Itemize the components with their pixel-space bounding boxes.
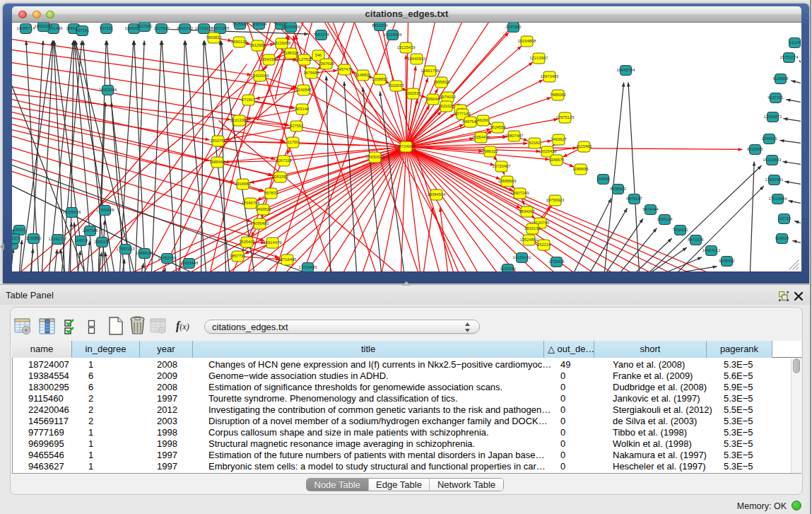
svg-text:7986322: 7986322 (482, 149, 498, 153)
svg-text:1353359: 1353359 (272, 175, 288, 179)
svg-text:1244415: 1244415 (761, 136, 777, 141)
svg-text:1810755: 1810755 (210, 139, 226, 143)
svg-text:16648784: 16648784 (617, 68, 636, 72)
svg-text:1195314: 1195314 (251, 23, 267, 26)
svg-text:10653287: 10653287 (35, 24, 53, 28)
svg-text:10025438: 10025438 (539, 149, 557, 153)
svg-text:1349575: 1349575 (548, 158, 565, 162)
svg-text:10671355: 10671355 (211, 26, 230, 30)
svg-text:2935114: 2935114 (657, 217, 673, 221)
svg-text:10807487: 10807487 (505, 134, 524, 138)
svg-text:9127505: 9127505 (296, 57, 312, 62)
svg-text:7357274: 7357274 (313, 33, 329, 37)
svg-text:14136141: 14136141 (513, 255, 531, 259)
svg-text:9146821: 9146821 (355, 73, 371, 77)
svg-text:6879197: 6879197 (626, 197, 642, 201)
svg-text:23420046: 23420046 (251, 74, 269, 78)
svg-text:3267110: 3267110 (276, 158, 291, 163)
svg-text:899044: 899044 (426, 97, 440, 101)
svg-text:7632621: 7632621 (672, 228, 688, 232)
svg-text:2047682: 2047682 (505, 25, 522, 29)
svg-text:1463627: 1463627 (551, 137, 567, 141)
svg-text:1916682: 1916682 (235, 182, 251, 186)
svg-text:8660124: 8660124 (231, 40, 247, 44)
svg-text:8322037: 8322037 (388, 83, 404, 88)
svg-text:10973493: 10973493 (541, 74, 559, 78)
svg-text:2905135: 2905135 (94, 240, 110, 244)
svg-text:1997586: 1997586 (82, 228, 98, 233)
svg-text:1232344: 1232344 (500, 267, 516, 271)
svg-text:252214: 252214 (537, 243, 551, 247)
svg-text:271817: 271817 (242, 98, 255, 102)
svg-text:114519: 114519 (74, 238, 88, 243)
svg-text:7955812: 7955812 (433, 80, 449, 84)
svg-text:3675685: 3675685 (303, 71, 319, 75)
svg-text:8813054: 8813054 (372, 23, 388, 28)
svg-text:9834067: 9834067 (519, 209, 535, 214)
svg-text:16914479: 16914479 (264, 240, 282, 245)
svg-text:1156862: 1156862 (25, 236, 41, 240)
svg-text:8938923: 8938923 (610, 187, 626, 191)
svg-text:116753: 116753 (777, 216, 791, 221)
svg-text:16958167: 16958167 (136, 251, 154, 255)
svg-text:21700: 21700 (287, 140, 298, 144)
svg-text:9777169: 9777169 (454, 112, 471, 116)
svg-text:16210643: 16210643 (763, 158, 782, 162)
svg-text:8457479: 8457479 (336, 67, 353, 71)
svg-text:2367608: 2367608 (318, 62, 334, 66)
svg-text:7663822: 7663822 (206, 35, 222, 40)
svg-text:15751074: 15751074 (780, 55, 799, 59)
svg-text:18907249: 18907249 (511, 191, 529, 195)
svg-text:7485063: 7485063 (550, 93, 566, 97)
svg-text:9474444: 9474444 (642, 207, 659, 211)
svg-text:13543362: 13543362 (260, 57, 278, 62)
svg-text:1965498: 1965498 (209, 160, 225, 164)
svg-text:19384554: 19384554 (428, 192, 447, 197)
svg-text:20364436: 20364436 (472, 135, 490, 139)
svg-text:1815132: 1815132 (524, 226, 541, 230)
svg-text:15930023: 15930023 (366, 155, 384, 159)
svg-text:10154808: 10154808 (518, 39, 536, 43)
svg-text:7515526: 7515526 (232, 23, 248, 26)
svg-text:14099483: 14099483 (251, 221, 269, 226)
svg-text:16033809: 16033809 (282, 25, 300, 29)
svg-text:557833: 557833 (264, 191, 278, 195)
svg-text:20053346: 20053346 (99, 88, 117, 92)
svg-text:13720407: 13720407 (493, 164, 511, 168)
svg-text:46266: 46266 (477, 118, 488, 122)
svg-text:12975125: 12975125 (556, 115, 575, 119)
svg-text:17016504: 17016504 (769, 197, 788, 201)
svg-text:164095: 164095 (596, 177, 610, 181)
svg-text:546: 546 (315, 53, 322, 57)
svg-text:927552: 927552 (290, 124, 303, 128)
svg-text:9857791: 9857791 (230, 254, 246, 258)
svg-text:10654112: 10654112 (702, 248, 720, 252)
svg-text:1362635: 1362635 (405, 91, 421, 95)
svg-text:391572: 391572 (12, 236, 20, 240)
svg-text:14055714: 14055714 (17, 26, 36, 30)
svg-text:6497546: 6497546 (462, 119, 478, 124)
svg-text:12213383: 12213383 (230, 118, 249, 122)
svg-text:6461010: 6461010 (177, 26, 193, 30)
svg-text:10719138: 10719138 (195, 26, 213, 30)
svg-text:13692991: 13692991 (765, 177, 784, 182)
svg-text:12923448: 12923448 (180, 261, 199, 265)
svg-text:16961758: 16961758 (421, 69, 440, 73)
svg-text:13716485: 13716485 (278, 257, 297, 262)
svg-text:9245652: 9245652 (719, 259, 735, 263)
svg-text:17046766: 17046766 (242, 201, 260, 205)
svg-text:18724007: 18724007 (397, 144, 416, 148)
svg-text:3624554: 3624554 (490, 125, 506, 129)
svg-text:9115460: 9115460 (576, 144, 592, 148)
svg-text:1527602: 1527602 (153, 26, 170, 30)
svg-text:1621025: 1621025 (438, 104, 454, 108)
svg-text:9227341: 9227341 (767, 95, 784, 100)
svg-text:16640910: 16640910 (408, 57, 426, 61)
svg-text:7625402: 7625402 (239, 240, 255, 244)
svg-text:12342737: 12342737 (49, 237, 67, 241)
svg-text:19756923: 19756923 (546, 198, 565, 202)
svg-text:937151: 937151 (100, 26, 113, 30)
svg-text:17957253: 17957253 (117, 247, 135, 251)
svg-text:924503: 924503 (775, 236, 789, 240)
svg-text:435001: 435001 (13, 228, 26, 232)
